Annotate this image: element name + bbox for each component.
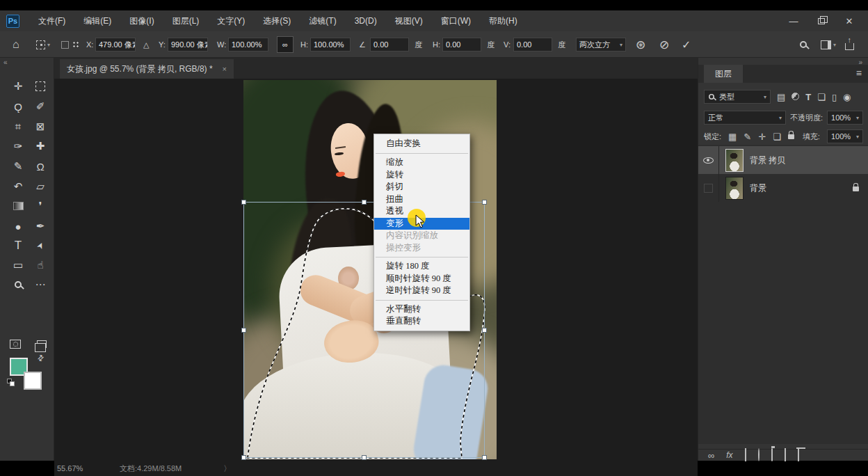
swap-colors-icon[interactable]: ⇄ <box>35 353 47 364</box>
clone-stamp-tool[interactable]: Ω <box>31 157 50 175</box>
layers-tab[interactable]: 图层 <box>704 65 743 83</box>
eyedropper-tool[interactable]: ✑ <box>8 137 28 155</box>
menu-view[interactable]: 视图(V) <box>386 10 432 32</box>
add-adjustment-button[interactable] <box>758 449 760 461</box>
home-button[interactable]: ⌂ <box>13 31 19 58</box>
layer-thumbnail[interactable] <box>726 150 743 171</box>
filter-pin-icon[interactable]: ◉ <box>843 92 851 102</box>
new-group-button[interactable] <box>771 449 773 461</box>
handle-bottom-right[interactable] <box>482 455 487 460</box>
handle-top-left[interactable] <box>241 200 246 205</box>
path-select-tool[interactable]: ➤ <box>31 237 50 255</box>
history-brush-tool[interactable]: ↶ <box>8 177 28 196</box>
handle-top-center[interactable] <box>362 200 367 205</box>
menu-item-free-transform[interactable]: 自由变换 <box>374 137 469 150</box>
marquee-tool[interactable] <box>31 77 50 95</box>
menu-item-rotate-90-ccw[interactable]: 逆时针旋转 90 度 <box>374 285 469 297</box>
y-position-field[interactable]: 990.00 像素 <box>168 31 208 58</box>
collapse-tools-icon[interactable]: « <box>3 58 8 66</box>
rotation-field[interactable]: 0.00 <box>370 31 409 58</box>
x-position-field[interactable]: 479.00 像素 <box>95 31 136 58</box>
lock-transparent-icon[interactable]: ▦ <box>728 132 737 142</box>
rectangle-tool[interactable]: ▭ <box>8 256 28 274</box>
visibility-toggle[interactable] <box>698 174 719 202</box>
add-mask-button[interactable] <box>745 449 746 461</box>
menu-window[interactable]: 窗口(W) <box>432 10 480 32</box>
layer-filter-dropdown[interactable]: 类型 ▾ <box>704 90 771 104</box>
quick-selection-tool[interactable]: ✐ <box>31 97 50 116</box>
menu-item-rotate-90-cw[interactable]: 顺时针旋转 90 度 <box>374 273 469 285</box>
status-chevron-icon[interactable]: 〉 <box>223 463 231 474</box>
reference-point-locator[interactable] <box>72 31 80 58</box>
restore-button[interactable] <box>812 16 830 26</box>
lock-artboard-icon[interactable]: ❏ <box>773 132 781 142</box>
filter-shape-icon[interactable]: ❏ <box>817 92 826 102</box>
toggle-reference-point-checkbox[interactable] <box>61 31 69 58</box>
panel-menu-icon[interactable]: ≡ <box>856 68 862 79</box>
delete-layer-button[interactable] <box>798 449 799 461</box>
gradient-tool[interactable] <box>8 197 28 215</box>
screen-mode-button[interactable] <box>32 335 51 353</box>
fill-dropdown[interactable]: 100%▾ <box>827 129 863 143</box>
layer-style-button[interactable]: fx <box>726 450 732 460</box>
handle-mid-right[interactable] <box>482 328 487 333</box>
crop-tool[interactable]: ⌗ <box>8 118 28 136</box>
menu-type[interactable]: 文字(Y) <box>208 10 254 32</box>
background-color-swatch[interactable] <box>24 372 42 390</box>
hand-tool[interactable]: ☝ <box>31 256 50 274</box>
menu-item-scale[interactable]: 缩放 <box>374 157 469 169</box>
visibility-toggle[interactable] <box>698 146 719 174</box>
brush-tool[interactable]: ✎ <box>8 157 28 175</box>
lock-position-icon[interactable]: ✛ <box>758 132 766 142</box>
healing-brush-tool[interactable]: ✚ <box>31 137 50 155</box>
lock-pixels-icon[interactable]: ✎ <box>744 132 751 142</box>
menu-item-skew[interactable]: 斜切 <box>374 181 469 193</box>
filter-adjustment-icon[interactable] <box>791 92 799 102</box>
type-tool[interactable]: T <box>8 237 28 255</box>
filter-image-icon[interactable]: ▤ <box>777 92 785 102</box>
close-button[interactable]: ✕ <box>840 16 858 26</box>
frame-tool[interactable]: ⊠ <box>31 118 50 136</box>
pen-tool[interactable]: ✒ <box>31 217 50 235</box>
interpolation-dropdown[interactable]: 两次立方▾ <box>576 31 626 58</box>
default-colors-icon[interactable] <box>7 379 15 387</box>
height-field[interactable]: 100.00% <box>310 31 351 58</box>
commit-transform-button[interactable]: ✓ <box>682 31 691 58</box>
filter-smart-object-icon[interactable]: ▯ <box>832 92 837 102</box>
handle-bottom-center[interactable] <box>362 455 367 460</box>
move-tool[interactable]: ✛ <box>8 77 28 95</box>
workspace-icon[interactable]: ▾ <box>821 31 836 58</box>
menu-item-flip-horizontal[interactable]: 水平翻转 <box>374 303 469 316</box>
menu-layer[interactable]: 图层(L) <box>163 10 209 32</box>
menu-3d[interactable]: 3D(D) <box>346 11 386 31</box>
warp-mode-toggle[interactable]: ⊛ <box>636 31 645 58</box>
delta-icon[interactable]: △ <box>143 31 149 58</box>
opacity-dropdown[interactable]: 100%▾ <box>827 111 863 125</box>
menu-item-distort[interactable]: 扭曲 <box>374 193 469 206</box>
layer-name[interactable]: 背景 <box>750 182 766 194</box>
handle-top-right[interactable] <box>482 200 487 205</box>
menu-item-flip-vertical[interactable]: 垂直翻转 <box>374 315 469 328</box>
menu-filter[interactable]: 滤镜(T) <box>300 10 345 32</box>
transform-tool-icon[interactable]: ▾ <box>36 31 50 58</box>
maintain-aspect-link-icon[interactable]: ∞ <box>277 31 294 58</box>
search-icon[interactable] <box>800 31 807 58</box>
menu-item-rotate-180[interactable]: 旋转 180 度 <box>374 260 469 273</box>
link-layers-button[interactable]: ∞ <box>708 450 714 461</box>
menu-help[interactable]: 帮助(H) <box>480 10 527 32</box>
cancel-transform-button[interactable]: ⊘ <box>659 31 669 58</box>
layer-name[interactable]: 背景 拷贝 <box>750 154 785 166</box>
menu-file[interactable]: 文件(F) <box>29 10 74 32</box>
close-tab-icon[interactable]: × <box>223 65 227 73</box>
blur-tool[interactable]: ❜ <box>31 197 50 215</box>
share-icon[interactable] <box>845 31 854 58</box>
menu-edit[interactable]: 编辑(E) <box>74 10 120 32</box>
handle-mid-left[interactable] <box>241 328 246 333</box>
lock-all-icon[interactable] <box>788 132 794 141</box>
quick-mask-button[interactable] <box>6 335 25 353</box>
menu-image[interactable]: 图像(I) <box>120 10 163 32</box>
handle-bottom-left[interactable] <box>241 455 246 460</box>
layer-row-background[interactable]: 背景 <box>698 174 868 202</box>
blend-mode-dropdown[interactable]: 正常▾ <box>704 111 786 125</box>
zoom-percentage[interactable]: 55.67% <box>57 464 106 473</box>
